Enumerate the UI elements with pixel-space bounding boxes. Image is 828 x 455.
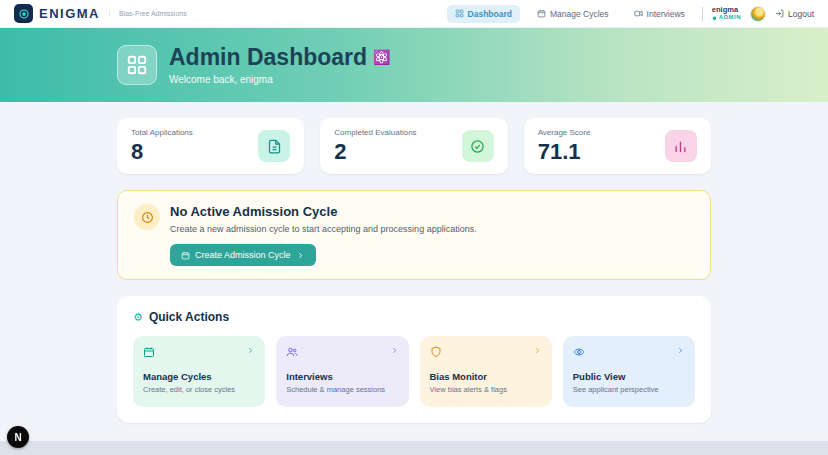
stat-value: 71.1 <box>538 139 591 164</box>
logout-icon <box>775 9 784 18</box>
brand-tagline: Bias-Free Admissions <box>109 10 187 17</box>
chevron-right-icon <box>676 346 685 355</box>
button-label: Create Admission Cycle <box>195 250 291 260</box>
page: ENIGMA Bias-Free Admissions Dashboard Ma… <box>0 0 828 441</box>
stat-card-completed-evaluations: Completed Evaluations 2 <box>320 118 507 174</box>
card-description: View bias alerts & flags <box>430 385 542 395</box>
enigma-logo[interactable] <box>14 4 33 23</box>
dashboard-hero-icon <box>117 45 157 85</box>
quick-action-manage-cycles[interactable]: Manage Cycles Create, edit, or close cyc… <box>133 336 265 407</box>
calendar-icon <box>143 346 155 358</box>
stat-card-total-applications: Total Applications 8 <box>117 118 304 174</box>
card-title: Public View <box>573 371 685 382</box>
card-description: See applicant perspective <box>573 385 685 395</box>
calendar-icon <box>181 251 190 260</box>
main-content: Total Applications 8 Completed Evaluatio… <box>117 118 711 423</box>
stat-label: Completed Evaluations <box>334 128 416 137</box>
alert-body: No Active Admission Cycle Create a new a… <box>170 204 477 266</box>
card-description: Create, edit, or close cycles <box>143 385 255 395</box>
user-role-badge: ADMIN <box>712 14 741 22</box>
chevron-right-icon <box>390 346 399 355</box>
quick-actions-header: ⚙ Quick Actions <box>133 310 695 324</box>
card-top <box>286 346 398 358</box>
quick-action-interviews[interactable]: Interviews Schedule & manage sessions <box>276 336 408 407</box>
target-icon <box>18 8 30 20</box>
card-title: Manage Cycles <box>143 371 255 382</box>
navbar: ENIGMA Bias-Free Admissions Dashboard Ma… <box>0 0 828 28</box>
nav-menu: Dashboard Manage Cycles Interviews enigm… <box>447 5 814 23</box>
card-description: Schedule & manage sessions <box>286 385 398 395</box>
user-info: enigma ADMIN <box>712 5 741 22</box>
eye-icon <box>573 346 585 358</box>
page-title: Admin Dashboard ⚛️ <box>169 45 391 70</box>
stat-text: Completed Evaluations 2 <box>334 128 416 164</box>
card-title: Bias Monitor <box>430 371 542 382</box>
nav-divider <box>702 7 703 21</box>
clock-icon <box>134 204 160 230</box>
gear-icon: ⚙ <box>133 312 143 323</box>
nav-item-label: Dashboard <box>468 9 512 19</box>
check-circle-icon <box>462 130 494 162</box>
card-top <box>430 346 542 358</box>
dashboard-grid-icon <box>455 9 464 18</box>
video-icon <box>634 9 643 18</box>
no-active-cycle-alert: No Active Admission Cycle Create a new a… <box>117 190 711 280</box>
quick-actions-panel: ⚙ Quick Actions Manage Cycles Create, ed… <box>117 296 711 423</box>
stat-value: 8 <box>131 139 193 164</box>
quick-actions-title: Quick Actions <box>149 310 229 324</box>
stat-label: Average Score <box>538 128 591 137</box>
stat-value: 2 <box>334 139 416 164</box>
stat-card-average-score: Average Score 71.1 <box>524 118 711 174</box>
quick-action-bias-monitor[interactable]: Bias Monitor View bias alerts & flags <box>420 336 552 407</box>
card-top <box>143 346 255 358</box>
user-role-label: ADMIN <box>719 14 741 22</box>
brand-name: ENIGMA <box>39 6 100 21</box>
stat-text: Total Applications 8 <box>131 128 193 164</box>
nav-item-label: Manage Cycles <box>550 9 609 19</box>
quick-action-public-view[interactable]: Public View See applicant perspective <box>563 336 695 407</box>
alert-description: Create a new admission cycle to start ac… <box>170 224 477 234</box>
nav-item-interviews[interactable]: Interviews <box>626 5 693 23</box>
stat-text: Average Score 71.1 <box>538 128 591 164</box>
quick-actions-grid: Manage Cycles Create, edit, or close cyc… <box>133 336 695 407</box>
title-emoji: ⚛️ <box>373 50 390 65</box>
shield-icon <box>430 346 442 358</box>
shield-icon <box>712 16 717 21</box>
stat-label: Total Applications <box>131 128 193 137</box>
document-icon <box>258 130 290 162</box>
user-name: enigma <box>712 5 738 14</box>
brand-group: ENIGMA Bias-Free Admissions <box>14 4 187 23</box>
nav-item-dashboard[interactable]: Dashboard <box>447 5 520 23</box>
stats-row: Total Applications 8 Completed Evaluatio… <box>117 118 711 174</box>
avatar[interactable] <box>750 6 766 22</box>
nav-item-label: Interviews <box>647 9 685 19</box>
chevron-right-icon <box>296 251 305 260</box>
card-top <box>573 346 685 358</box>
logout-button[interactable]: Logout <box>775 9 814 19</box>
chevron-right-icon <box>246 346 255 355</box>
bar-chart-icon <box>665 130 697 162</box>
hero-content: Admin Dashboard ⚛️ Welcome back, enigma <box>117 45 711 85</box>
calendar-icon <box>537 9 546 18</box>
welcome-message: Welcome back, enigma <box>169 74 391 85</box>
alert-title: No Active Admission Cycle <box>170 204 477 219</box>
nav-item-manage-cycles[interactable]: Manage Cycles <box>529 5 617 23</box>
page-title-text: Admin Dashboard <box>169 45 367 70</box>
card-title: Interviews <box>286 371 398 382</box>
nextjs-dev-badge[interactable]: N <box>7 426 29 448</box>
hero-banner: Admin Dashboard ⚛️ Welcome back, enigma <box>0 28 828 102</box>
chevron-right-icon <box>533 346 542 355</box>
hero-text: Admin Dashboard ⚛️ Welcome back, enigma <box>169 45 391 84</box>
users-icon <box>286 346 298 358</box>
create-admission-cycle-button[interactable]: Create Admission Cycle <box>170 244 316 266</box>
logout-label: Logout <box>788 9 814 19</box>
grid-icon <box>126 54 148 76</box>
